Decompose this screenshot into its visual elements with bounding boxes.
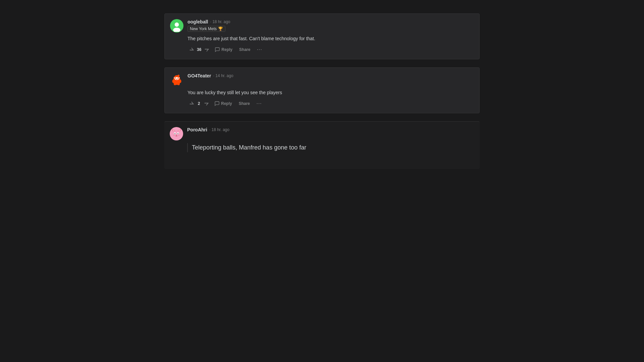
author-name: oogleball [187,19,208,24]
share-button[interactable]: Share [236,100,253,107]
avatar [170,73,183,86]
comment-card: GO4Teater · 14 hr. ago You are lucky the… [164,67,480,113]
downvote-button[interactable] [202,100,210,108]
comment-header: oogleball · 18 hr. ago New York Mets 🏆 [170,19,474,33]
upvote-button[interactable] [187,100,196,108]
svg-point-8 [175,78,176,79]
downvote-icon [204,101,209,106]
svg-point-28 [176,135,177,136]
comment-card: PoroAhri · 18 hr. ago Teleporting balls,… [164,121,480,169]
comment-card: oogleball · 18 hr. ago New York Mets 🏆 T… [164,13,480,59]
flair-emoji: 🏆 [218,26,223,31]
upvote-icon [189,101,194,106]
share-label: Share [239,101,250,106]
svg-point-29 [173,135,175,136]
flair-text: New York Mets [190,26,217,31]
more-label: ··· [257,101,262,106]
more-button[interactable]: ··· [254,46,265,53]
flair-badge: New York Mets 🏆 [187,26,225,32]
svg-point-26 [174,133,175,134]
comment-meta: oogleball · 18 hr. ago New York Mets 🏆 [187,19,474,32]
comment-header: GO4Teater · 14 hr. ago [170,73,474,86]
snoo-avatar-svg [171,74,183,86]
reply-icon [214,101,220,106]
upvote-icon [189,47,194,52]
comment-header: PoroAhri · 18 hr. ago [170,127,474,140]
comment-time: · 18 hr. ago [210,19,230,24]
author-line: GO4Teater · 14 hr. ago [187,73,474,78]
svg-point-9 [177,78,178,79]
comment-text: The pitches are just that fast. Can't bl… [187,35,474,42]
fox-avatar-svg [170,128,182,140]
svg-point-5 [178,75,179,76]
comments-area: oogleball · 18 hr. ago New York Mets 🏆 T… [158,13,486,169]
comment-time: · 14 hr. ago [213,73,233,78]
action-bar: 36 Reply Share ··· [187,46,474,54]
svg-point-12 [174,77,175,79]
page-container: oogleball · 18 hr. ago New York Mets 🏆 T… [0,0,644,362]
comment-meta: PoroAhri · 18 hr. ago [187,127,474,132]
reply-label: Reply [221,47,232,52]
svg-point-13 [179,77,179,79]
reply-button[interactable]: Reply [212,46,235,54]
comment-time: · 18 hr. ago [209,127,229,132]
author-name: GO4Teater [187,73,211,78]
reply-button[interactable]: Reply [212,100,235,108]
comment-meta: GO4Teater · 14 hr. ago [187,73,474,78]
comment-body: The pitches are just that fast. Can't bl… [187,35,474,42]
author-line: PoroAhri · 18 hr. ago [187,127,474,132]
svg-point-23 [173,131,180,138]
svg-point-16 [172,80,174,83]
avatar [170,19,183,33]
more-label: ··· [257,47,262,52]
comment-body: You are lucky they still let you see the… [187,89,474,96]
svg-point-1 [175,22,179,27]
svg-point-17 [179,80,181,83]
vote-section: 2 [187,100,210,108]
share-button[interactable]: Share [236,46,253,53]
vote-count: 36 [197,47,201,52]
vote-section: 36 [187,46,211,54]
author-name: PoroAhri [187,127,207,132]
more-button[interactable]: ··· [254,100,265,107]
svg-point-27 [177,133,178,134]
svg-point-15 [177,82,180,85]
comment-body: Teleporting balls, Manfred has gone too … [187,143,474,152]
author-line: oogleball · 18 hr. ago [187,19,474,24]
svg-point-30 [178,135,180,136]
upvote-button[interactable] [187,46,196,54]
avatar [170,127,183,140]
action-bar: 2 Reply Share ··· [187,100,474,108]
downvote-icon [204,47,209,52]
vote-count: 2 [197,101,201,106]
reply-label: Reply [221,101,232,106]
svg-point-14 [174,82,176,85]
reply-icon [215,47,220,52]
comment-text: Teleporting balls, Manfred has gone too … [192,143,474,152]
downvote-button[interactable] [203,46,211,54]
comment-text: You are lucky they still let you see the… [187,89,474,96]
share-label: Share [239,47,250,52]
